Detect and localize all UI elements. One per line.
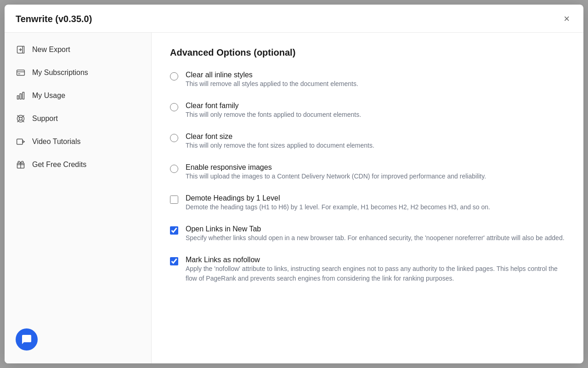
sidebar-item-label: Support — [32, 115, 58, 123]
svg-rect-14 — [17, 139, 23, 144]
clear-font-family-input[interactable] — [170, 103, 178, 111]
option-row-mark-links-nofollow: Mark Links as nofollowApply the 'nofollo… — [170, 256, 565, 283]
option-row-demote-headings: Demote Headings by 1 LevelDemote the hea… — [170, 194, 565, 212]
video-icon — [16, 137, 26, 147]
sidebar-nav: New Export My Subscriptions — [5, 38, 151, 176]
open-links-new-tab-text: Open Links in New TabSpecify whether lin… — [186, 225, 565, 243]
clear-inline-styles-label[interactable]: Clear all inline styles — [186, 71, 253, 79]
demote-headings-text: Demote Headings by 1 LevelDemote the hea… — [186, 194, 490, 212]
enable-responsive-images-desc: This will upload the images to a Content… — [186, 172, 486, 181]
modal-overlay: Tenwrite (v0.35.0) × — [0, 0, 588, 368]
option-row-open-links-new-tab: Open Links in New TabSpecify whether lin… — [170, 225, 565, 243]
enable-responsive-images-text: Enable responsive imagesThis will upload… — [186, 163, 486, 181]
demote-headings-desc: Demote the heading tags (H1 to H6) by 1 … — [186, 202, 490, 212]
sidebar-item-label: Video Tutorials — [32, 138, 81, 146]
main-content: Advanced Options (optional) Clear all in… — [152, 33, 583, 363]
sidebar-item-label: My Subscriptions — [32, 69, 88, 77]
modal-body: New Export My Subscriptions — [5, 33, 583, 363]
mark-links-nofollow-input[interactable] — [170, 257, 178, 265]
enable-responsive-images-label[interactable]: Enable responsive images — [186, 163, 272, 171]
clear-font-family-label[interactable]: Clear font family — [186, 102, 239, 109]
clear-inline-styles-desc: This will remove all styles applied to t… — [186, 79, 358, 89]
clear-inline-styles-text: Clear all inline stylesThis will remove … — [186, 71, 358, 89]
sidebar-item-my-usage[interactable]: My Usage — [5, 84, 151, 107]
demote-headings-label[interactable]: Demote Headings by 1 Level — [186, 194, 280, 202]
option-row-enable-responsive-images: Enable responsive imagesThis will upload… — [170, 163, 565, 181]
mark-links-nofollow-label[interactable]: Mark Links as nofollow — [186, 256, 260, 264]
sidebar-item-new-export[interactable]: New Export — [5, 38, 151, 61]
open-links-new-tab-input[interactable] — [170, 226, 178, 235]
clear-font-family-desc: This will only remove the fonts applied … — [186, 110, 361, 120]
svg-marker-15 — [23, 141, 24, 143]
clear-inline-styles-input[interactable] — [170, 72, 178, 80]
modal: Tenwrite (v0.35.0) × — [5, 5, 583, 363]
clear-font-size-label[interactable]: Clear font size — [186, 132, 232, 140]
sidebar-item-get-free-credits[interactable]: Get Free Credits — [5, 153, 151, 176]
sidebar-item-label: My Usage — [32, 92, 65, 100]
section-title: Advanced Options (optional) — [170, 47, 565, 58]
export-icon — [16, 45, 26, 55]
sidebar-item-label: Get Free Credits — [32, 161, 86, 169]
svg-point-9 — [19, 117, 23, 121]
options-container: Clear all inline stylesThis will remove … — [170, 71, 565, 283]
option-row-clear-font-size: Clear font sizeThis will only remove the… — [170, 132, 565, 150]
sidebar-item-my-subscriptions[interactable]: My Subscriptions — [5, 61, 151, 84]
close-button[interactable]: × — [561, 13, 572, 25]
open-links-new-tab-desc: Specify whether links should open in a n… — [186, 233, 565, 243]
mark-links-nofollow-desc: Apply the 'nofollow' attribute to links,… — [186, 264, 565, 283]
card-icon — [16, 68, 26, 78]
svg-rect-2 — [17, 70, 25, 75]
clear-font-size-text: Clear font sizeThis will only remove the… — [186, 132, 374, 150]
demote-headings-input[interactable] — [170, 196, 178, 204]
open-links-new-tab-label[interactable]: Open Links in New Tab — [186, 225, 261, 233]
sidebar-item-label: New Export — [32, 46, 70, 54]
clear-font-size-desc: This will only remove the font sizes app… — [186, 141, 374, 150]
sidebar-item-support[interactable]: Support — [5, 107, 151, 130]
bar-chart-icon — [16, 91, 26, 101]
chat-button[interactable] — [16, 328, 38, 351]
svg-rect-5 — [17, 96, 19, 99]
svg-rect-7 — [23, 92, 24, 99]
modal-header: Tenwrite (v0.35.0) × — [5, 5, 583, 33]
option-row-clear-inline-styles: Clear all inline stylesThis will remove … — [170, 71, 565, 89]
sidebar-bottom — [5, 321, 151, 358]
mark-links-nofollow-text: Mark Links as nofollowApply the 'nofollo… — [186, 256, 565, 283]
modal-title: Tenwrite (v0.35.0) — [16, 14, 92, 24]
sidebar-item-video-tutorials[interactable]: Video Tutorials — [5, 130, 151, 153]
clear-font-family-text: Clear font familyThis will only remove t… — [186, 102, 361, 120]
gift-icon — [16, 160, 26, 170]
clear-font-size-input[interactable] — [170, 134, 178, 142]
option-row-clear-font-family: Clear font familyThis will only remove t… — [170, 102, 565, 120]
lifesaver-icon — [16, 114, 26, 124]
enable-responsive-images-input[interactable] — [170, 165, 178, 173]
svg-rect-6 — [20, 94, 21, 99]
sidebar: New Export My Subscriptions — [5, 33, 152, 363]
